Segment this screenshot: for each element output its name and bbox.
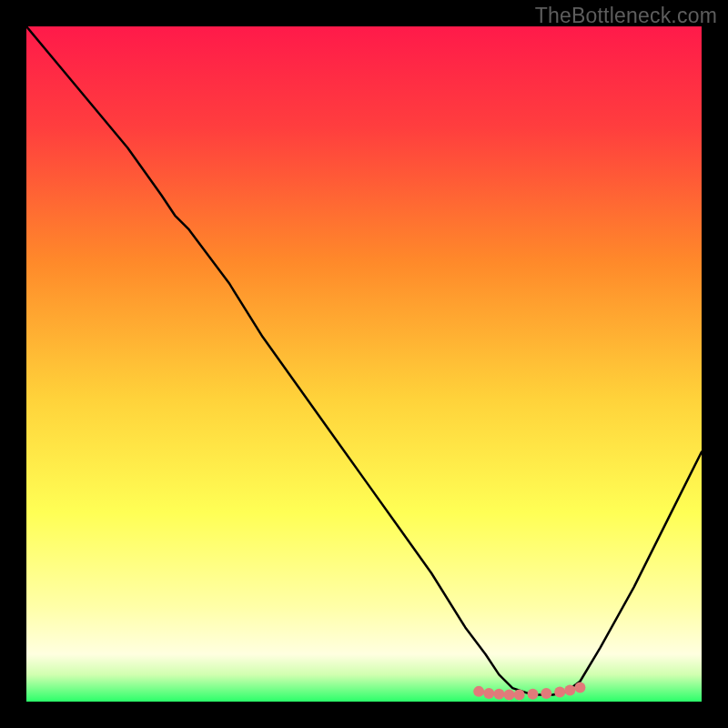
optimal-point (554, 687, 565, 698)
plot-area (26, 26, 702, 702)
optimal-point (483, 688, 494, 699)
chart-container: TheBottleneck.com (0, 0, 728, 728)
optimal-point (564, 684, 575, 695)
chart-svg (26, 26, 702, 702)
optimal-point (541, 688, 551, 699)
watermark-text: TheBottleneck.com (535, 4, 717, 28)
optimal-point (504, 690, 515, 701)
optimal-point (514, 690, 525, 701)
optimal-point (574, 682, 585, 693)
optimal-point (473, 686, 484, 697)
optimal-point (528, 689, 539, 700)
optimal-point (493, 689, 504, 700)
gradient-background (26, 26, 702, 702)
